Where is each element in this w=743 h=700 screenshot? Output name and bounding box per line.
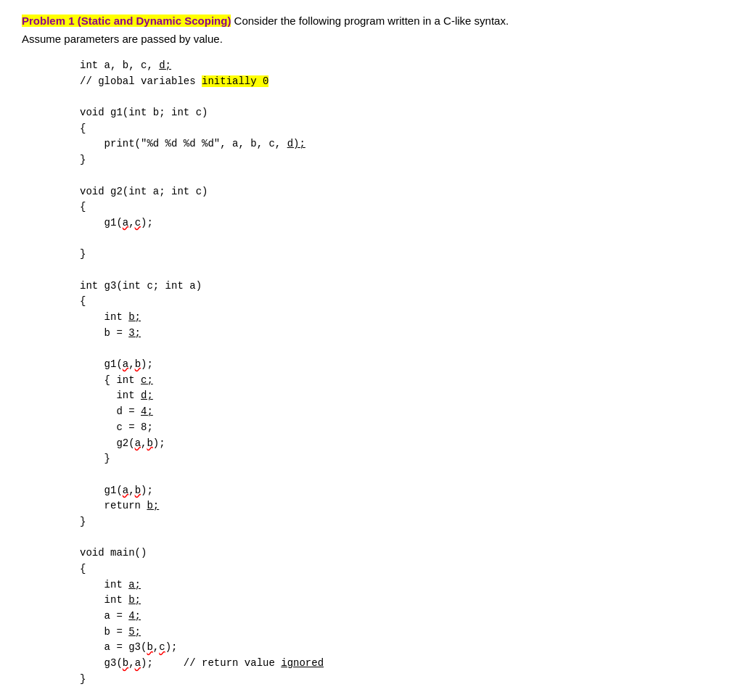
comment-text: global variables [98, 75, 202, 87]
underline-5-main: 5; [128, 626, 141, 638]
code-line: int g3(int c; int a) [80, 279, 721, 295]
code-line: } [80, 514, 721, 530]
code-line: g1(a,c); [80, 215, 721, 231]
code-line: b = 3; [80, 326, 721, 342]
wavy-c: c [135, 217, 141, 228]
code-line [80, 89, 721, 105]
code-line: g2(a,b); [80, 436, 721, 452]
intro-line-2: Assume parameters are passed by value. [22, 33, 721, 45]
code-line: int a, b, c, d; [80, 58, 721, 74]
code-line [80, 231, 721, 247]
wavy-b-main2: b [123, 657, 128, 669]
wavy-b3: b [147, 437, 152, 449]
code-line: a = 4; [80, 609, 721, 625]
underline-4: 4; [141, 405, 153, 417]
code-line: void g2(int a; int c) [80, 184, 721, 200]
code-line: } [80, 247, 721, 263]
code-line: g1(a,b); [80, 483, 721, 499]
code-line: int b; [80, 310, 721, 326]
code-line: int a; [80, 577, 721, 593]
code-line [80, 467, 721, 483]
code-line: } [80, 152, 721, 168]
underline-3: 3; [128, 327, 141, 339]
wavy-a2: a [123, 358, 128, 370]
code-line: { [80, 561, 721, 577]
code-line: return b; [80, 498, 721, 514]
code-line: b = 5; [80, 625, 721, 641]
underline-d2: d); [287, 138, 305, 149]
code-line: int b; [80, 593, 721, 609]
intro-line-1: Problem 1 (Static and Dynamic Scoping) C… [22, 15, 721, 27]
underline-a-main: a; [128, 579, 141, 590]
code-line: } [80, 672, 721, 688]
underline-d-inner: d; [141, 390, 153, 401]
wavy-a4: a [123, 485, 128, 496]
underline-b2: b; [147, 500, 159, 511]
underline-c-inner: c; [141, 374, 153, 386]
code-line: void g1(int b; int c) [80, 105, 721, 121]
code-line: d = 4; [80, 404, 721, 420]
intro-text: Consider the following program written i… [234, 15, 509, 27]
wavy-b4: b [135, 485, 141, 496]
wavy-a: a [123, 217, 128, 228]
code-line: g3(b,a); // return value ignored [80, 656, 721, 672]
code-line [80, 168, 721, 184]
wavy-b2: b [135, 358, 141, 370]
code-line: int d; [80, 388, 721, 404]
code-line: } [80, 451, 721, 467]
wavy-b-main: b [147, 641, 152, 653]
highlight-initially: initially 0 [202, 75, 268, 87]
code-line [80, 341, 721, 357]
code-line: { [80, 199, 721, 215]
underline-ignored: ignored [281, 657, 324, 669]
code-line [80, 263, 721, 279]
code-line: // global variables initially 0 [80, 74, 721, 90]
code-line: g1(a,b); [80, 357, 721, 373]
problem-title: Problem 1 (Static and Dynamic Scoping) [22, 15, 231, 27]
wavy-c-main: c [159, 641, 165, 653]
code-line: { [80, 294, 721, 310]
underline-b-main: b; [128, 594, 141, 606]
underline-b: b; [128, 311, 141, 323]
code-block: int a, b, c, d; // global variables init… [80, 58, 721, 688]
code-line: a = g3(b,c); [80, 640, 721, 656]
wavy-a3: a [135, 437, 141, 449]
code-line: c = 8; [80, 420, 721, 436]
code-line: print("%d %d %d %d", a, b, c, d); [80, 136, 721, 152]
underline-d: d; [159, 59, 171, 71]
code-line [80, 530, 721, 546]
wavy-a-main2: a [135, 657, 141, 669]
underline-4-main: 4; [128, 610, 141, 622]
code-line: { [80, 121, 721, 137]
code-line: void main() [80, 545, 721, 561]
code-line: { int c; [80, 373, 721, 389]
